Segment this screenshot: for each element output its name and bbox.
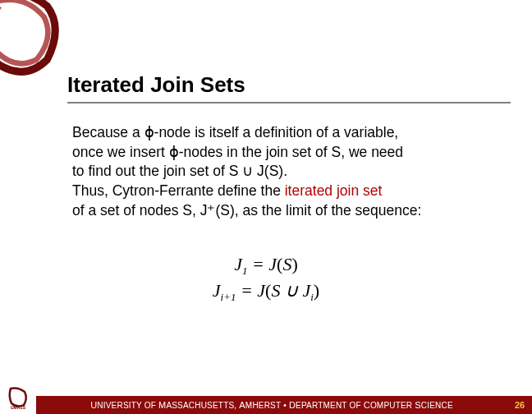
line2a: once we insert <box>72 144 169 160</box>
footer-bar: UMASS UNIVERSITY OF MASSACHUSETTS, AMHER… <box>0 396 532 414</box>
eq2-arg: S ∪ J <box>271 280 310 301</box>
title-underline <box>67 102 511 104</box>
phi-1: ϕ <box>144 124 154 140</box>
slide-title: Iterated Join Sets <box>67 72 245 98</box>
line2b: -nodes in the join set of S, we need <box>179 144 403 160</box>
eq1-equals: = <box>247 254 268 274</box>
line1a: Because a <box>72 124 144 140</box>
iterated-join-set-term: iterated join set <box>285 182 383 199</box>
footer-text: UNIVERSITY OF MASSACHUSETTS, AMHERST • D… <box>36 400 507 410</box>
page-number: 26 <box>507 400 532 410</box>
footer-sep: • <box>283 401 289 410</box>
svg-text:UMASS: UMASS <box>11 405 26 410</box>
umass-logo-watermark <box>0 0 66 82</box>
eq2-Jr: J <box>257 280 265 301</box>
line1b: -node is itself a definition of a variab… <box>154 124 399 140</box>
slide: Iterated Join Sets Because a ϕ-node is i… <box>0 0 532 414</box>
umass-footer-logo: UMASS <box>0 380 36 414</box>
eq1-rp: ) <box>291 254 297 274</box>
line5: of a set of nodes S, J⁺(S), as the limit… <box>72 202 421 218</box>
body-text: Because a ϕ-node is itself a definition … <box>72 123 516 220</box>
eq1-arg: S <box>282 254 291 274</box>
eq1-J: J <box>234 254 242 274</box>
phi-2: ϕ <box>169 144 179 160</box>
line4a: Thus, Cytron-Ferrante define the <box>72 182 285 199</box>
line3: to find out the join set of S ∪ J(S). <box>72 163 287 179</box>
eq2-J: J <box>213 280 221 301</box>
equation-1: J1 = J(S) <box>0 254 532 278</box>
equation-2: Ji+1 = J(S ∪ Ji) <box>0 280 532 304</box>
eq2-rp: ) <box>314 280 319 301</box>
eq2-sub: i+1 <box>221 292 236 304</box>
equations: J1 = J(S) Ji+1 = J(S ∪ Ji) <box>0 251 532 307</box>
eq2-equals: = <box>236 280 257 301</box>
eq1-Jr: J <box>268 254 277 274</box>
